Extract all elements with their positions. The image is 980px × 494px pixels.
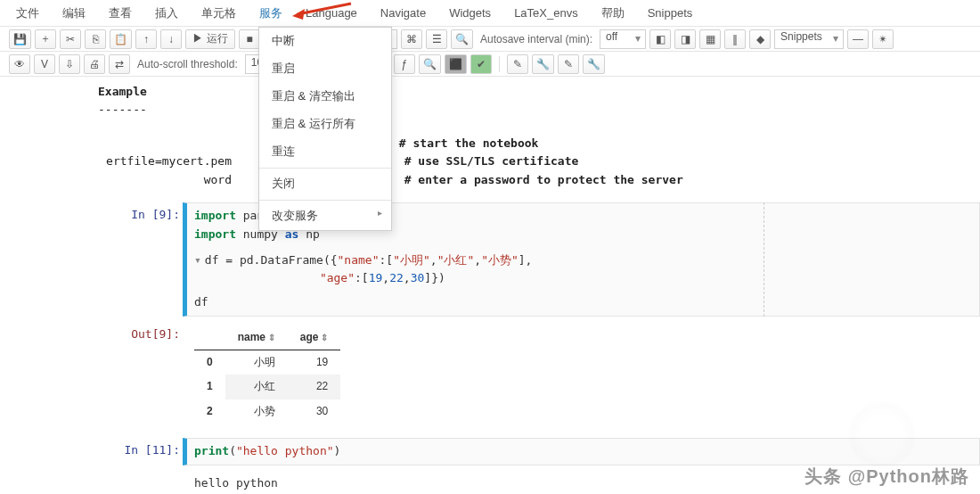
autosave-select[interactable]: off bbox=[600, 29, 646, 49]
extension-btn-3[interactable]: ▦ bbox=[699, 29, 721, 49]
kernel-menu-dropdown: 中断 重启 重启 & 清空输出 重启 & 运行所有 重连 关闭 改变服务 bbox=[258, 27, 392, 231]
menu-kernel[interactable]: 服务 bbox=[259, 5, 282, 21]
move-up-button[interactable]: ↑ bbox=[135, 29, 157, 49]
download-button[interactable]: ⇩ bbox=[59, 54, 80, 74]
snippets-select[interactable]: Snippets bbox=[774, 29, 844, 49]
toggle-button[interactable]: ⇄ bbox=[109, 54, 130, 74]
menu-cell[interactable]: 单元格 bbox=[201, 5, 236, 21]
code-cell-9[interactable]: In [9]: import pandas as pd import numpy… bbox=[116, 202, 980, 317]
output-prompt bbox=[116, 471, 187, 494]
save-button[interactable]: 💾 bbox=[9, 29, 31, 49]
divider bbox=[499, 56, 500, 72]
threshold-label: Auto-scroll threshold: bbox=[137, 58, 238, 70]
cell-output-divider bbox=[764, 202, 764, 317]
menu-language[interactable]: Language bbox=[306, 6, 357, 20]
wrench-button-1[interactable]: 🔧 bbox=[532, 54, 554, 74]
menu-latex[interactable]: LaTeX_envs bbox=[514, 6, 578, 20]
run-button[interactable]: ▶ 运行 bbox=[185, 29, 235, 49]
menu-change-kernel[interactable]: 改变服务 bbox=[259, 202, 391, 230]
menu-shutdown[interactable]: 关闭 bbox=[259, 170, 391, 198]
output-prompt: Out[9]: bbox=[116, 322, 187, 427]
watermark-text: 头条 @Python林路 bbox=[804, 465, 969, 489]
output-cell-9: Out[9]: name age 0小明19 1小红22 2小势30 bbox=[116, 322, 980, 427]
menu-restart-clear[interactable]: 重启 & 清空输出 bbox=[259, 83, 391, 111]
menu-file[interactable]: 文件 bbox=[16, 5, 39, 21]
wrench-button-2[interactable]: 🔧 bbox=[583, 54, 605, 74]
extension-btn-2[interactable]: ◨ bbox=[674, 29, 696, 49]
menu-view[interactable]: 查看 bbox=[109, 5, 132, 21]
input-prompt: In [9]: bbox=[116, 202, 187, 317]
toolbar-primary: 💾 ＋ ✂ ⎘ 📋 ↑ ↓ ▶ 运行 ■ ↻ ▶▶ 代码 ⌘ ☰ 🔍 Autos… bbox=[0, 27, 980, 52]
print-button[interactable]: 🖨 bbox=[84, 54, 105, 74]
df-index-header bbox=[194, 325, 225, 350]
extension-btn-5[interactable]: ◆ bbox=[749, 29, 771, 49]
menu-insert[interactable]: 插入 bbox=[155, 5, 178, 21]
menu-separator bbox=[259, 168, 391, 169]
variable-inspector-button[interactable]: 👁 bbox=[9, 54, 30, 74]
menu-bar: 文件 编辑 查看 插入 单元格 服务 Language Navigate Wid… bbox=[0, 0, 980, 27]
menu-snippets[interactable]: Snippets bbox=[648, 6, 693, 20]
extension-btn-7[interactable]: ✴ bbox=[872, 29, 894, 49]
menu-navigate[interactable]: Navigate bbox=[380, 6, 426, 20]
command-palette-button[interactable]: ⌘ bbox=[401, 29, 422, 49]
pencil-button[interactable]: ✎ bbox=[507, 54, 528, 74]
menu-restart[interactable]: 重启 bbox=[259, 55, 391, 83]
cut-button[interactable]: ✂ bbox=[60, 29, 81, 49]
move-down-button[interactable]: ↓ bbox=[160, 29, 182, 49]
find-button[interactable]: 🔍 bbox=[419, 54, 441, 74]
add-cell-button[interactable]: ＋ bbox=[35, 29, 56, 49]
pencil-button-2[interactable]: ✎ bbox=[558, 54, 579, 74]
table-row: 0小明19 bbox=[194, 350, 340, 375]
menu-separator bbox=[259, 200, 391, 201]
df-col-name[interactable]: name bbox=[225, 325, 288, 350]
dataframe-table: name age 0小明19 1小红22 2小势30 bbox=[194, 325, 340, 424]
toolbar-secondary: 👁 V ⇩ 🖨 ⇄ Auto-scroll threshold: 100 组 ↶… bbox=[0, 52, 980, 77]
table-row: 2小势30 bbox=[194, 399, 340, 424]
toc-button[interactable]: ☰ bbox=[426, 29, 447, 49]
menu-widgets[interactable]: Widgets bbox=[449, 6, 491, 20]
format-button[interactable]: ƒ bbox=[394, 54, 415, 74]
copy-button[interactable]: ⎘ bbox=[85, 29, 106, 49]
watermark-icon bbox=[846, 399, 918, 471]
df-col-age[interactable]: age bbox=[288, 325, 340, 350]
spellcheck-button[interactable]: ✔ bbox=[470, 54, 492, 74]
docstring-fragment: Example ------- # start the notebook ert… bbox=[98, 83, 962, 189]
menu-restart-run-all[interactable]: 重启 & 运行所有 bbox=[259, 111, 391, 138]
menu-help[interactable]: 帮助 bbox=[601, 5, 625, 21]
validate-button[interactable]: V bbox=[34, 54, 55, 74]
autosave-label: Autosave interval (min): bbox=[480, 33, 592, 45]
extension-btn-4[interactable]: ‖ bbox=[724, 29, 746, 49]
menu-interrupt[interactable]: 中断 bbox=[259, 28, 391, 55]
menu-edit[interactable]: 编辑 bbox=[62, 5, 86, 21]
table-row: 1小红22 bbox=[194, 375, 340, 399]
menu-reconnect[interactable]: 重连 bbox=[259, 138, 391, 166]
extension-btn-1[interactable]: ◧ bbox=[649, 29, 671, 49]
input-prompt: In [11]: bbox=[116, 438, 187, 465]
paste-button[interactable]: 📋 bbox=[110, 29, 132, 49]
notebook-area: Example ------- # start the notebook ert… bbox=[0, 78, 980, 494]
highlight-button[interactable]: ⬛ bbox=[445, 54, 467, 74]
extension-btn-6[interactable]: — bbox=[847, 29, 869, 49]
search-button[interactable]: 🔍 bbox=[451, 29, 473, 49]
interrupt-button[interactable]: ■ bbox=[239, 29, 260, 49]
